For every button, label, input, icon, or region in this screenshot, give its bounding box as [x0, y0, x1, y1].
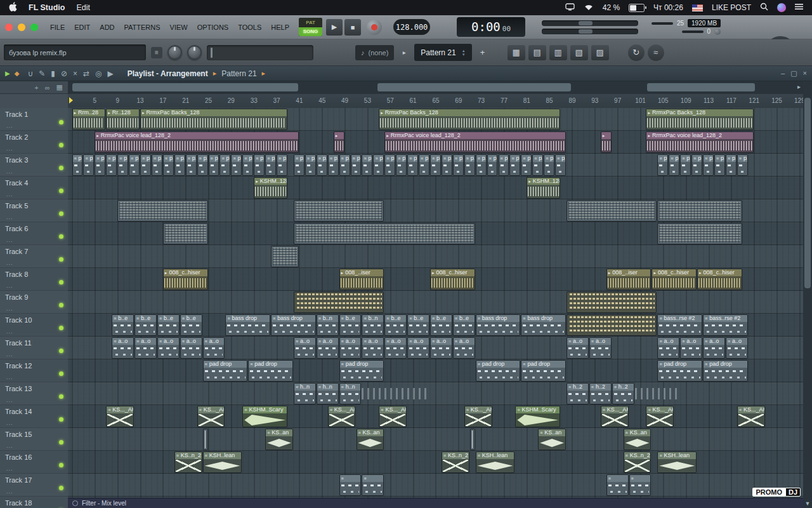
clip[interactable]: ≡bass..rse #2: [657, 314, 702, 336]
clip[interactable]: ≡b..e: [157, 314, 180, 336]
clip[interactable]: [657, 223, 742, 244]
clip[interactable]: ≡b..e: [112, 314, 134, 336]
clip[interactable]: ≡p..e: [691, 154, 702, 176]
track-header[interactable]: Track 18...: [0, 497, 68, 508]
channel-rack-button[interactable]: ▥: [549, 45, 567, 60]
clip[interactable]: ≡p..e: [231, 154, 242, 176]
track-header[interactable]: Track 13...: [0, 382, 68, 405]
track-led-icon[interactable]: [59, 211, 63, 216]
clip[interactable]: [294, 223, 475, 244]
clip[interactable]: ▸008_c..hiser: [163, 269, 208, 290]
next-arrow-button[interactable]: ▸: [399, 46, 409, 60]
time-display[interactable]: 0:00 00: [457, 17, 525, 37]
play-button[interactable]: ▶: [326, 19, 343, 36]
clip[interactable]: ≡p..e: [396, 154, 407, 176]
overview-segment[interactable]: [647, 83, 755, 91]
clip[interactable]: ≡p..e: [476, 154, 487, 176]
clip[interactable]: ≡p..e: [362, 154, 372, 176]
clip[interactable]: ≡h..n: [317, 383, 339, 404]
menu-patterns[interactable]: PATTERNS: [124, 22, 161, 32]
clip[interactable]: ▸RrmxPac Backs_128: [140, 109, 287, 130]
clip[interactable]: ≡pad drop: [476, 360, 521, 382]
menu-options[interactable]: OPTIONS: [197, 22, 230, 32]
clip[interactable]: ≡h..n: [339, 383, 362, 404]
clip[interactable]: ≡p..e: [254, 154, 265, 176]
clip[interactable]: ≡p..e: [487, 154, 498, 176]
clip[interactable]: ≡p..e: [277, 154, 287, 176]
remote-control-combo[interactable]: ♪ (none): [355, 45, 394, 60]
clip[interactable]: ▸KSHM..128: [254, 177, 287, 199]
clip[interactable]: ≡a..o: [134, 337, 157, 359]
minimize-window-button[interactable]: [18, 23, 25, 31]
clip[interactable]: ▸008_c..hiser: [697, 269, 742, 290]
clip[interactable]: ≡KS..._A#: [197, 406, 225, 427]
sync-button[interactable]: ↻: [628, 44, 645, 61]
menubar-app-name[interactable]: FL Studio: [29, 3, 65, 12]
track-header[interactable]: Track 10...: [0, 314, 68, 337]
clip[interactable]: ▸Rrm..28: [72, 109, 106, 130]
clip[interactable]: ≡: [606, 474, 629, 496]
menubar-edit-menu[interactable]: Edit: [76, 3, 90, 12]
clip[interactable]: ≡KS..._A#: [737, 406, 765, 427]
clip[interactable]: ≡a..o: [112, 337, 134, 359]
clip[interactable]: ≡p..e: [453, 154, 464, 176]
keyboard-layout-flag-icon[interactable]: [692, 4, 703, 11]
track-led-icon[interactable]: [59, 189, 63, 193]
clip[interactable]: ≡bass drop: [476, 314, 521, 336]
clip[interactable]: ≡p..e: [669, 154, 679, 176]
track-header[interactable]: Track 8...: [0, 268, 68, 291]
clip[interactable]: ≡b..e: [453, 314, 475, 336]
detach-play-icon[interactable]: ▶: [5, 70, 10, 77]
pat-mode-label[interactable]: PAT: [299, 18, 322, 27]
paint-icon[interactable]: ▮: [51, 69, 55, 78]
playlist-grid[interactable]: ▸Rrm..28▸Rr..128▸RrmxPac Backs_128▸RrmxP…: [68, 108, 803, 508]
clip[interactable]: ≡a..o: [657, 337, 679, 359]
track-led-icon[interactable]: [59, 143, 63, 147]
clip[interactable]: ≡p..e: [419, 154, 429, 176]
clip[interactable]: ≡KS..an: [357, 429, 384, 450]
clip[interactable]: [566, 314, 657, 336]
clip[interactable]: ≡p..e: [174, 154, 185, 176]
track-header[interactable]: Track 1...: [0, 108, 68, 131]
clip[interactable]: ≡bass drop: [225, 314, 270, 336]
clip[interactable]: ≡pad drop: [339, 360, 384, 382]
menu-file[interactable]: FILE: [49, 22, 65, 32]
track-header[interactable]: Track 11...: [0, 337, 68, 359]
clip[interactable]: ≡a..o: [180, 337, 202, 359]
maximize-button[interactable]: ▢: [790, 69, 797, 77]
clip[interactable]: ≡a..o: [726, 337, 748, 359]
clip[interactable]: ≡KS..n_2: [442, 451, 469, 473]
clip[interactable]: ▸008_c..hiser: [652, 269, 697, 290]
clip[interactable]: ≡b..e: [180, 314, 202, 336]
clip[interactable]: ≡p..e: [152, 154, 162, 176]
clip[interactable]: ≡KSH..lean: [476, 451, 515, 473]
clip[interactable]: [271, 246, 299, 267]
mixer-button[interactable]: ▧: [570, 45, 588, 60]
clip[interactable]: ≡pad drop: [657, 360, 702, 382]
clip[interactable]: [294, 200, 384, 222]
clip[interactable]: ≡pad drop: [521, 360, 566, 382]
control-center-icon[interactable]: [795, 3, 803, 12]
clip[interactable]: ≡a..o: [157, 337, 180, 359]
clip[interactable]: ≡a..o: [362, 337, 384, 359]
close-button[interactable]: ×: [803, 69, 807, 77]
clip[interactable]: ≡KS..._A#: [646, 406, 674, 427]
clip[interactable]: ≡p..e: [657, 154, 668, 176]
zoom-window-button[interactable]: [30, 23, 38, 31]
clip[interactable]: [203, 429, 208, 450]
menu-edit[interactable]: EDIT: [74, 22, 91, 32]
clip[interactable]: ≡p..e: [737, 154, 748, 176]
clip[interactable]: ≡p..e: [72, 154, 83, 176]
clip[interactable]: ≡KS..._A#: [379, 406, 407, 427]
pattern-stepper[interactable]: ▲ ▼: [462, 49, 466, 57]
clip[interactable]: ≡KSHM..Scary: [515, 406, 560, 427]
clip[interactable]: ≡p..e: [106, 154, 117, 176]
clip[interactable]: ≡KS..._A#: [464, 406, 492, 427]
clip[interactable]: ≡KSH..lean: [203, 451, 242, 473]
track-led-icon[interactable]: [59, 303, 63, 307]
clip[interactable]: ≡a..o: [407, 337, 429, 359]
timeline-ruler[interactable]: 5913172125293337414549535761656973778185…: [68, 94, 803, 109]
zoom-icon[interactable]: ◎: [95, 69, 102, 78]
clip[interactable]: ≡b..n: [317, 314, 339, 336]
main-volume-slider[interactable]: [542, 20, 638, 26]
